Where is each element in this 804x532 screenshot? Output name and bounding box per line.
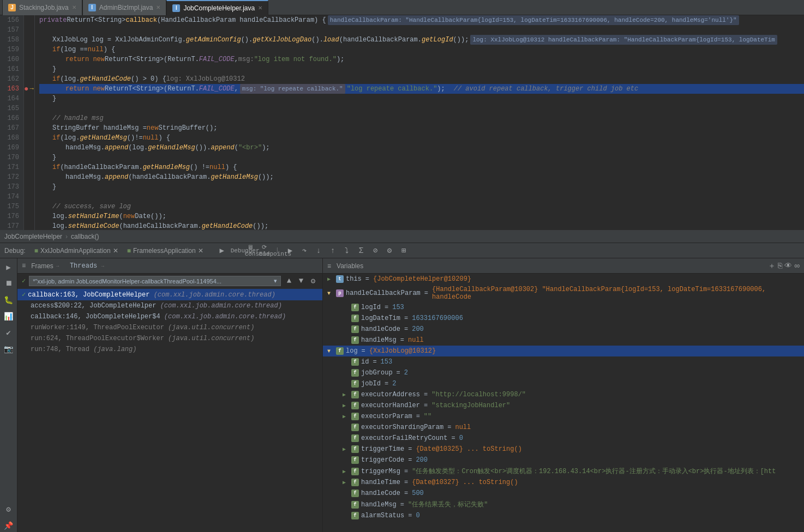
var-execsharding-icon: f [351, 424, 359, 431]
evaluate-btn[interactable]: Σ [356, 246, 367, 255]
var-executorhandler[interactable]: ▶ f executorHandler = "stackingJobHandle… [323, 400, 804, 411]
threads-arrow: → [101, 264, 104, 269]
frame-label-5: run:748, Thread (java.lang) [31, 346, 136, 353]
debugger-tab[interactable]: Debugger [231, 247, 242, 254]
var-failretry[interactable]: ▶ f executorFailRetryCount = 0 [323, 433, 804, 444]
resume-btn[interactable]: ▶ [285, 246, 296, 255]
var-this[interactable]: ▶ t this = {JobCompleteHelper@10209} [323, 274, 804, 285]
var-handlecode[interactable]: ▶ f handleCode = 200 [323, 324, 804, 335]
var-triggertime-expand[interactable]: ▶ [343, 446, 349, 452]
code-line-171: if (handleCallbackParam. getHandleMsg ()… [39, 162, 804, 172]
frame-label-0: callback:163, JobCompleteHelper (com.xxl… [28, 291, 275, 299]
var-handletime-expand[interactable]: ▶ [343, 479, 349, 486]
var-inf-btn[interactable]: ∞ [794, 261, 800, 271]
sidebar-debug-active[interactable]: 🐛 [2, 293, 15, 306]
settings-btn[interactable]: ⚙ [384, 246, 395, 255]
stack-frame-3[interactable]: runWorker:1149, ThreadPoolExecutor (java… [17, 322, 322, 333]
var-executoraddress[interactable]: ▶ f executorAddress = "http://localhost:… [323, 389, 804, 400]
thread-up-btn[interactable]: ▲ [284, 276, 294, 286]
breadcrumb-sep: › [65, 233, 68, 240]
var-handletime[interactable]: ▶ f handleTime = {Date@10327} ... toStri… [323, 477, 804, 488]
step-over-btn[interactable]: ↷ [299, 246, 310, 255]
var-triggermsg-expand[interactable]: ▶ [343, 468, 349, 475]
tab-adminbiz-close[interactable]: ✕ [156, 4, 160, 10]
run-cursor-btn[interactable]: ⤵ [341, 246, 352, 255]
code-line-169: handleMsg. append (log. getHandleMsg ())… [39, 143, 804, 153]
mute-breakpoints[interactable]: ⊘ [370, 246, 381, 255]
var-handlecallback[interactable]: ▼ p handleCallbackParam = {HandleCallbac… [323, 285, 804, 302]
endpoints-icon[interactable]: ⟳ Endpoints [259, 244, 270, 257]
frames-label: Frames [31, 262, 53, 270]
line-numbers: 156 157 158 159 160 161 162 163 164 165 … [0, 15, 24, 230]
tab-stacking[interactable]: J StackingJob.java ✕ [2, 0, 82, 15]
threads-tab[interactable]: Threads → [70, 262, 104, 270]
var-jobgroup[interactable]: ▶ f jobGroup = 2 [323, 367, 804, 378]
sidebar-stop[interactable]: ⏹ [2, 277, 15, 290]
var-jobgroup-icon: f [351, 369, 359, 377]
sidebar-settings[interactable]: ⚙ [2, 503, 15, 516]
frames-arrow: → [55, 263, 60, 269]
var-jobid[interactable]: ▶ f jobId = 2 [323, 378, 804, 389]
var-execparam-expand[interactable]: ▶ [343, 413, 349, 420]
resume-icon[interactable]: ▶ [217, 246, 227, 255]
stack-frame-0[interactable]: ✓ callback:163, JobCompleteHelper (com.x… [17, 289, 322, 300]
debug-app2-tab[interactable]: ■ FramelessApplication ✕ [125, 246, 206, 256]
sidebar-profile[interactable]: 📊 [2, 310, 15, 323]
stack-frame-5[interactable]: run:748, Thread (java.lang) [17, 344, 322, 355]
var-id[interactable]: ▶ f id = 153 [323, 356, 804, 367]
debug-app1-close[interactable]: ✕ [113, 247, 118, 255]
var-log[interactable]: ▼ f log = {XxlJobLog@10312} [323, 346, 804, 356]
var-execaddr-expand[interactable]: ▶ [343, 391, 349, 398]
var-triggertime[interactable]: ▶ f triggerTime = {Date@10325} ... toStr… [323, 444, 804, 455]
stack-frame-2[interactable]: callback:146, JobCompleteHelper$4 (com.x… [17, 311, 322, 322]
step-into-btn[interactable]: ↓ [313, 246, 324, 255]
var-logid[interactable]: ▶ f logId = 153 [323, 302, 804, 313]
g174 [24, 192, 34, 202]
var-this-expand[interactable]: ▶ [327, 276, 334, 282]
var-handlecallback-expand[interactable]: ▼ [327, 291, 334, 297]
var-copy-btn[interactable]: ⎘ [778, 261, 782, 271]
tab-adminbiz[interactable]: I AdminBizImpl.java ✕ [82, 0, 167, 15]
var-logdatetim[interactable]: ▶ f logDateTim = 1633167690006 [323, 313, 804, 324]
var-executorsharding[interactable]: ▶ f executorShardingParam = null [323, 422, 804, 433]
thread-filter-btn[interactable]: ⚙ [308, 276, 318, 286]
frames-panel-header: ≡ Frames → Threads → [17, 258, 322, 274]
tab-stacking-close[interactable]: ✕ [72, 4, 76, 10]
stack-frame-1[interactable]: access$200:22, JobCompleteHelper (com.xx… [17, 300, 322, 311]
var-log-expand[interactable]: ▼ [327, 348, 334, 354]
tab-interface-icon: I [88, 4, 96, 11]
frames-tab[interactable]: Frames → [31, 262, 60, 270]
var-handlemsg[interactable]: ▶ f handleMsg = null [323, 335, 804, 346]
var-exechandler-expand[interactable]: ▶ [343, 402, 349, 409]
var-executorparam[interactable]: ▶ f executorParam = "" [323, 411, 804, 422]
tab-jobcomplete-close[interactable]: ✕ [258, 5, 262, 11]
thread-dropdown[interactable]: *"xxl-job, admin JobLosedMonitorHelper-c… [29, 276, 281, 286]
var-log-handlemsg[interactable]: ▶ f handleMsg = "任务结果丢失，标记失败" [323, 499, 804, 510]
debug-app1-tab[interactable]: ■ XxlJobAdminApplication ✕ [32, 246, 121, 256]
stack-frame-4[interactable]: run:624, ThreadPoolExecutor$Worker (java… [17, 333, 322, 344]
sidebar-snapshot[interactable]: 📷 [2, 342, 15, 355]
g170 [24, 153, 34, 162]
debug-app2-close[interactable]: ✕ [198, 247, 203, 255]
sidebar-resume[interactable]: ▶ [2, 261, 15, 274]
breadcrumb-method: callback() [71, 233, 99, 240]
step-out-btn[interactable]: ↑ [327, 246, 338, 255]
tab-jobcomplete[interactable]: I JobCompleteHelper.java ✕ [166, 0, 268, 15]
console-icon[interactable]: 🖥 Console [245, 244, 256, 257]
var-triggercode[interactable]: ▶ f triggerCode = 200 [323, 455, 804, 466]
sidebar-coverage[interactable]: ✔ [2, 326, 15, 339]
sidebar-pin[interactable]: 📌 [2, 519, 15, 532]
restore-layout-btn[interactable]: ⊞ [398, 246, 409, 255]
thread-name: *"xxl-job, admin JobLosedMonitorHelper-c… [33, 278, 221, 285]
g168 [24, 133, 34, 143]
variables-title: Variables [337, 262, 363, 270]
debug-app2-icon: ■ [127, 247, 131, 255]
var-alarmstatus[interactable]: ▶ f alarmStatus = 0 [323, 510, 804, 521]
var-triggermsg[interactable]: ▶ f triggerMsg = "任务触发类型：Cron触发<br>调度机器：… [323, 466, 804, 477]
thread-down-btn[interactable]: ▼ [296, 276, 306, 286]
var-watch-btn[interactable]: 👁 [784, 261, 792, 271]
variables-list: ▶ t this = {JobCompleteHelper@10209} ▼ p… [323, 274, 804, 532]
var-log-handlecode[interactable]: ▶ f handleCode = 500 [323, 488, 804, 499]
code-line-176: log. setHandleTime ( new Date()); [39, 211, 804, 221]
var-add-btn[interactable]: ＋ [768, 261, 776, 271]
